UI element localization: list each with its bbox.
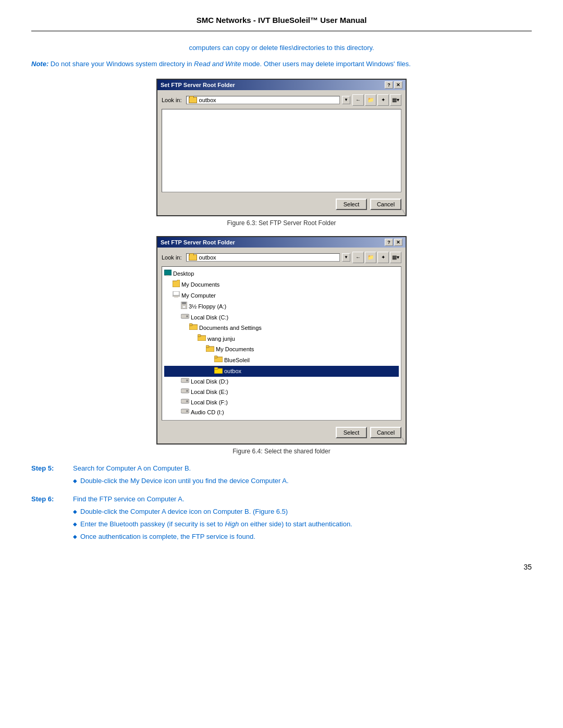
note-mode: Read and Write	[194, 60, 241, 68]
note-suffix: mode. Other users may delete important W…	[241, 60, 410, 68]
bullet-diamond-icon: ◆	[73, 477, 77, 485]
dialog1-body: Look in: outbox ▼ ← 📁 ✦ ▦▾	[157, 90, 406, 215]
dialog2-titlebar: Set FTP Server Root Folder ? ✕	[157, 237, 406, 248]
page-number: 35	[523, 563, 532, 571]
tree-item-8[interactable]: BlueSoleil	[164, 355, 399, 366]
dialog1-view-btn[interactable]: ▦▾	[390, 94, 401, 106]
dialog2-tree: DesktopMy DocumentsMy Computer3½ Floppy …	[164, 269, 399, 418]
dialog2-dropdown-arrow[interactable]: ▼	[342, 253, 350, 262]
step5-label: Step 5:	[31, 464, 73, 472]
dialog2-lookin-label: Look in:	[162, 254, 182, 261]
tree-item-13[interactable]: Audio CD (I:)	[164, 408, 399, 418]
svg-point-22	[186, 379, 188, 381]
tree-item-1[interactable]: My Documents	[164, 279, 399, 291]
tree-item-4[interactable]: Local Disk (C:)	[164, 313, 399, 323]
tree-item-5[interactable]: Documents and Settings	[164, 323, 399, 334]
step6-bullets: ◆ Double-click the Computer A device ico…	[73, 507, 532, 542]
svg-rect-20	[214, 367, 218, 369]
desktop-icon	[164, 269, 172, 279]
dialog2-resize-handle[interactable]: ╲	[402, 438, 406, 443]
svg-point-26	[186, 400, 188, 402]
dialog2-view-btn[interactable]: ▦▾	[390, 252, 401, 263]
tree-item-label: Audio CD (I:)	[191, 408, 224, 417]
tree-item-label: Local Disk (E:)	[191, 388, 228, 397]
dialog2-wrapper: Set FTP Server Root Folder ? ✕ Look in: …	[156, 236, 407, 445]
tree-item-12[interactable]: Local Disk (F:)	[164, 398, 399, 408]
step6-section: Step 6: Find the FTP service on Computer…	[31, 495, 532, 542]
bullet-diamond-icon-2: ◆	[73, 508, 77, 515]
svg-rect-5	[174, 297, 178, 298]
dialog1-file-area	[162, 109, 401, 192]
tree-item-label: Local Disk (C:)	[191, 313, 228, 323]
dialog1-lookin-dropdown[interactable]: outbox	[186, 96, 340, 104]
svg-rect-18	[214, 356, 217, 358]
harddisk-icon	[181, 377, 189, 387]
svg-marker-2	[173, 280, 180, 287]
dialog2-delete-btn[interactable]: ✦	[377, 252, 389, 263]
dialog1-help-btn[interactable]: ?	[385, 81, 393, 89]
harddisk-icon	[181, 313, 189, 323]
dialog2-container: Set FTP Server Root Folder ? ✕ Look in: …	[31, 236, 532, 445]
fig2-caption: Figure 6.4: Select the shared folder	[31, 448, 532, 455]
step6-bullet-2: ◆ Enter the Bluetooth passkey (if securi…	[73, 520, 532, 529]
step5-bullets: ◆ Double-click the My Device icon until …	[73, 476, 532, 486]
dialog1-cancel-btn[interactable]: Cancel	[370, 199, 401, 210]
dialog1-delete-btn[interactable]: ✦	[377, 94, 389, 106]
dialog1-container: Set FTP Server Root Folder ? ✕ Look in: …	[31, 79, 532, 216]
bullet-diamond-icon-4: ◆	[73, 533, 77, 540]
step5-section: Step 5: Search for Computer A on Compute…	[31, 464, 532, 486]
harddisk-icon	[181, 388, 189, 397]
svg-rect-1	[166, 275, 169, 276]
folder-icon	[189, 323, 198, 333]
page-header: SMC Networks - IVT BlueSoleil™ User Manu…	[31, 16, 532, 31]
dialog1-title: Set FTP Server Root Folder	[161, 82, 235, 88]
tree-item-2[interactable]: My Computer	[164, 291, 399, 302]
dialog1-resize-handle[interactable]: ╲	[402, 210, 406, 215]
note-body: Do not share your Windows system directo…	[48, 60, 194, 68]
step5-bullet-1: ◆ Double-click the My Device icon until …	[73, 476, 532, 486]
dialog2-toolbar-btns: ← 📁 ✦ ▦▾	[352, 252, 401, 263]
svg-rect-0	[164, 270, 172, 275]
tree-item-9[interactable]: outbox	[164, 366, 399, 377]
dialog2-file-area: DesktopMy DocumentsMy Computer3½ Floppy …	[162, 266, 401, 421]
mycomp-icon	[173, 291, 180, 301]
svg-rect-8	[182, 306, 186, 308]
dialog2-select-btn[interactable]: Select	[336, 427, 367, 438]
tree-item-3[interactable]: 3½ Floppy (A:)	[164, 301, 399, 313]
folder-icon	[206, 345, 214, 355]
dialog2-cancel-btn[interactable]: Cancel	[370, 427, 401, 438]
tree-item-label: wang junju	[207, 335, 235, 344]
dialog1-dropdown-arrow[interactable]: ▼	[342, 96, 350, 104]
dialog2: Set FTP Server Root Folder ? ✕ Look in: …	[156, 236, 407, 445]
tree-item-10[interactable]: Local Disk (D:)	[164, 377, 399, 387]
dialog1-toolbar: Look in: outbox ▼ ← 📁 ✦ ▦▾	[162, 94, 401, 106]
note-block: Note: Do not share your Windows system d…	[31, 59, 532, 69]
dialog1-title-buttons: ? ✕	[385, 81, 402, 89]
mydocs-icon	[173, 280, 180, 290]
bullet-diamond-icon-3: ◆	[73, 521, 77, 528]
dialog1-select-btn[interactable]: Select	[336, 199, 367, 210]
dialog1-titlebar: Set FTP Server Root Folder ? ✕	[157, 80, 406, 90]
harddisk-icon	[181, 398, 189, 408]
step6-title: Find the FTP service on Computer A.	[73, 495, 185, 503]
dialog2-help-btn[interactable]: ?	[385, 239, 393, 246]
harddisk-icon	[181, 408, 189, 417]
dialog2-back-btn[interactable]: ←	[352, 252, 364, 263]
tree-item-11[interactable]: Local Disk (E:)	[164, 387, 399, 398]
tree-item-6[interactable]: wang junju	[164, 334, 399, 344]
tree-item-label: Local Disk (D:)	[191, 377, 228, 387]
dialog1-new-folder-btn[interactable]: 📁	[365, 94, 376, 106]
step6-bullet-3-text: Once authentication is complete, the FTP…	[80, 532, 255, 541]
dialog1-close-btn[interactable]: ✕	[394, 81, 402, 89]
tree-item-7[interactable]: My Documents	[164, 344, 399, 355]
svg-rect-12	[189, 324, 192, 326]
dialog2-footer: Select Cancel	[162, 425, 401, 439]
dialog1-back-btn[interactable]: ←	[352, 94, 364, 106]
step6-bullet-1: ◆ Double-click the Computer A device ico…	[73, 507, 532, 516]
svg-point-10	[186, 315, 188, 317]
dialog2-new-folder-btn[interactable]: 📁	[365, 252, 376, 263]
tree-item-0[interactable]: Desktop	[164, 269, 399, 280]
dialog2-close-btn[interactable]: ✕	[394, 239, 402, 246]
dialog2-lookin-dropdown[interactable]: outbox	[186, 253, 340, 262]
step5-bullet-1-text: Double-click the My Device icon until yo…	[80, 476, 289, 486]
